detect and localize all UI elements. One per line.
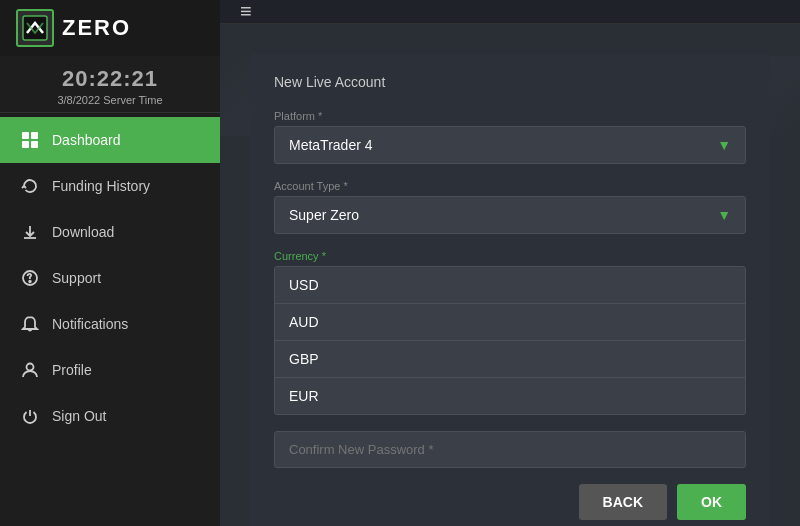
time-display: 20:22:21	[0, 66, 220, 92]
sidebar-item-sign-out[interactable]: Sign Out	[0, 393, 220, 439]
sidebar-item-dashboard-label: Dashboard	[52, 132, 121, 148]
sidebar-item-dashboard[interactable]: Dashboard	[0, 117, 220, 163]
logo-icon	[16, 9, 54, 47]
ok-button[interactable]: OK	[677, 484, 746, 520]
user-icon	[20, 360, 40, 380]
currency-field: Currency * USD AUD GBP EUR	[274, 250, 746, 415]
svg-rect-2	[31, 132, 38, 139]
download-icon	[20, 222, 40, 242]
sidebar-item-profile[interactable]: Profile	[0, 347, 220, 393]
platform-select[interactable]: MetaTrader 4 ▼	[274, 126, 746, 164]
main-header: ≡	[220, 0, 800, 24]
account-type-dropdown-arrow: ▼	[717, 207, 731, 223]
svg-rect-4	[31, 141, 38, 148]
sidebar-item-download-label: Download	[52, 224, 114, 240]
sidebar-item-sign-out-label: Sign Out	[52, 408, 106, 424]
clock-area: 20:22:21 3/8/2022 Server Time	[0, 56, 220, 113]
currency-usd[interactable]: USD	[275, 267, 745, 304]
date-display: 3/8/2022 Server Time	[0, 94, 220, 106]
platform-field: Platform * MetaTrader 4 ▼	[274, 110, 746, 164]
sidebar-item-profile-label: Profile	[52, 362, 92, 378]
question-icon	[20, 268, 40, 288]
account-type-field: Account Type * Super Zero ▼	[274, 180, 746, 234]
currency-list: USD AUD GBP EUR	[274, 266, 746, 415]
account-type-label: Account Type *	[274, 180, 746, 192]
sidebar-item-funding-history[interactable]: Funding History	[0, 163, 220, 209]
currency-eur[interactable]: EUR	[275, 378, 745, 414]
sidebar-item-notifications-label: Notifications	[52, 316, 128, 332]
account-type-select[interactable]: Super Zero ▼	[274, 196, 746, 234]
back-button[interactable]: BACK	[579, 484, 667, 520]
sidebar: ZERO 20:22:21 3/8/2022 Server Time Dashb…	[0, 0, 220, 526]
currency-label: Currency *	[274, 250, 746, 262]
svg-point-7	[27, 364, 34, 371]
currency-aud[interactable]: AUD	[275, 304, 745, 341]
sidebar-nav: Dashboard Funding History Download	[0, 113, 220, 526]
account-type-value: Super Zero	[289, 207, 359, 223]
sidebar-item-support[interactable]: Support	[0, 255, 220, 301]
platform-dropdown-arrow: ▼	[717, 137, 731, 153]
main-content: ≡ New Live Account Platform * MetaTrader…	[220, 0, 800, 526]
platform-value: MetaTrader 4	[289, 137, 373, 153]
power-icon	[20, 406, 40, 426]
refresh-icon	[20, 176, 40, 196]
bell-icon	[20, 314, 40, 334]
platform-label: Platform *	[274, 110, 746, 122]
new-live-account-form: New Live Account Platform * MetaTrader 4…	[250, 54, 770, 526]
sidebar-item-support-label: Support	[52, 270, 101, 286]
sidebar-item-download[interactable]: Download	[0, 209, 220, 255]
logo-area: ZERO	[0, 0, 220, 56]
svg-rect-1	[22, 132, 29, 139]
confirm-password-input[interactable]	[274, 431, 746, 468]
form-title: New Live Account	[274, 74, 746, 90]
logo-text: ZERO	[62, 15, 131, 41]
svg-rect-0	[23, 16, 47, 40]
svg-point-6	[29, 281, 31, 283]
sidebar-item-funding-history-label: Funding History	[52, 178, 150, 194]
currency-gbp[interactable]: GBP	[275, 341, 745, 378]
password-field	[274, 431, 746, 468]
form-actions: BACK OK	[274, 484, 746, 520]
hamburger-icon[interactable]: ≡	[240, 0, 252, 23]
sidebar-item-notifications[interactable]: Notifications	[0, 301, 220, 347]
grid-icon	[20, 130, 40, 150]
svg-rect-3	[22, 141, 29, 148]
